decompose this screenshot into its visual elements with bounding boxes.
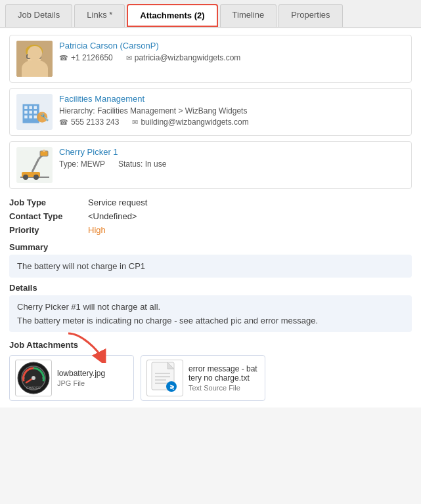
svg-rect-3 (27, 54, 33, 58)
svg-rect-14 (24, 116, 28, 119)
svg-rect-11 (24, 111, 28, 114)
attachment-filename-1: error message - battery no charge.txt (188, 364, 259, 383)
person-svg (16, 41, 53, 77)
svg-rect-16 (34, 116, 37, 119)
attachment-thumb-0: CHARGE (15, 360, 52, 396)
equipment-details-row: Type: MEWP Status: In use (59, 159, 405, 169)
tab-job-details[interactable]: Job Details (5, 4, 72, 27)
tab-links[interactable]: Links * (74, 4, 125, 27)
person-avatar (16, 41, 53, 77)
org-email-icon (132, 117, 138, 127)
details-line2: The battery meter is indicating no charg… (17, 316, 404, 326)
svg-point-2 (27, 49, 41, 64)
org-phone-icon (59, 117, 68, 127)
job-type-label: Job Type (9, 198, 88, 207)
building-svg: 🔧 (20, 97, 49, 127)
equipment-icon (16, 147, 53, 183)
attachments-label: Job Attachments (9, 340, 412, 350)
equipment-name-link[interactable]: Cherry Picker 1 (59, 147, 405, 157)
job-meta: Job Type Service request Contact Type <U… (9, 196, 412, 237)
org-email: building@wizbangwidgets.com (141, 117, 248, 127)
summary-box: The battery will not charge in CP1 (9, 255, 412, 278)
org-card: 🔧 Facilities Management Hierarchy: Facil… (9, 88, 412, 136)
phone-icon (59, 53, 68, 62)
equipment-info: Cherry Picker 1 Type: MEWP Status: In us… (59, 147, 405, 169)
svg-rect-0 (16, 41, 53, 77)
person-phone-field: +1 2126650 (59, 53, 113, 62)
tab-timeline[interactable]: Timeline (220, 4, 277, 27)
text-file-svg: ≷ (150, 362, 179, 394)
details-label: Details (9, 283, 412, 293)
contact-type-label: Contact Type (9, 211, 88, 221)
attachment-meta-0: lowbattery.jpg JPG File (57, 369, 128, 387)
person-photo (16, 41, 53, 77)
summary-text: The battery will not charge in CP1 (17, 261, 145, 271)
org-avatar: 🔧 (16, 94, 53, 130)
svg-point-1 (26, 45, 43, 58)
svg-rect-8 (24, 106, 28, 110)
contact-type-value: <Undefined> (88, 211, 137, 221)
svg-rect-9 (29, 106, 32, 110)
attachments-grid: CHARGE lowbattery.jpg JPG File (9, 355, 412, 401)
attachment-filetype-1: Text Source File (188, 384, 259, 392)
svg-line-23 (32, 159, 39, 172)
svg-rect-6 (23, 71, 46, 77)
job-type-row: Job Type Service request (9, 196, 412, 209)
tab-properties[interactable]: Properties (278, 4, 342, 27)
person-phone: +1 2126650 (71, 53, 113, 62)
cherry-picker-svg (18, 148, 52, 182)
summary-label: Summary (9, 242, 412, 252)
org-contact-row: 555 2133 243 building@wizbangwidgets.com (59, 117, 405, 127)
priority-label: Priority (9, 225, 88, 235)
equipment-avatar (16, 147, 53, 183)
attachment-item-1[interactable]: ≷ error message - battery no charge.txt … (141, 355, 265, 401)
battery-gauge-svg: CHARGE (17, 362, 50, 394)
svg-rect-12 (29, 111, 32, 114)
org-info: Facilities Management Hierarchy: Facilit… (59, 94, 405, 127)
org-phone: 555 2133 243 (71, 117, 119, 127)
tab-bar: Job Details Links * Attachments (2) Time… (0, 0, 421, 28)
contact-type-row: Contact Type <Undefined> (9, 209, 412, 223)
job-type-value: Service request (88, 198, 147, 207)
svg-rect-4 (35, 54, 41, 58)
equipment-status: Status: In use (118, 159, 166, 169)
person-contact-row: +1 2126650 patricia@wizbangwidgets.com (59, 53, 405, 62)
person-email-field: patricia@wizbangwidgets.com (126, 53, 241, 62)
person-info: Patricia Carson (CarsonP) +1 2126650 pat… (59, 41, 405, 62)
org-email-field: building@wizbangwidgets.com (132, 117, 248, 127)
person-card: Patricia Carson (CarsonP) +1 2126650 pat… (9, 35, 412, 83)
attachments-section: Job Attachments (9, 340, 412, 401)
person-name-link[interactable]: Patricia Carson (CarsonP) (59, 41, 405, 51)
attachment-item-0[interactable]: CHARGE lowbattery.jpg JPG File (9, 355, 134, 401)
person-email: patricia@wizbangwidgets.com (135, 53, 241, 62)
priority-value: High (88, 225, 106, 235)
attachment-thumb-1: ≷ (146, 360, 183, 396)
equipment-type: Type: MEWP (59, 159, 105, 169)
svg-rect-15 (29, 116, 32, 119)
svg-rect-10 (34, 106, 37, 110)
email-icon (126, 53, 132, 62)
svg-text:CHARGE: CHARGE (26, 386, 41, 390)
equipment-card: Cherry Picker 1 Type: MEWP Status: In us… (9, 141, 412, 189)
svg-point-22 (33, 175, 39, 180)
org-icon: 🔧 (16, 94, 53, 130)
main-content: Patricia Carson (CarsonP) +1 2126650 pat… (0, 28, 421, 408)
org-name-link[interactable]: Facilities Management (59, 94, 405, 104)
attachment-filetype-0: JPG File (57, 379, 128, 387)
priority-row: Priority High (9, 223, 412, 237)
tab-attachments[interactable]: Attachments (2) (127, 4, 217, 27)
org-hierarchy: Hierarchy: Facilities Management > WizBa… (59, 106, 405, 116)
svg-text:≷: ≷ (169, 384, 175, 390)
svg-rect-13 (34, 111, 37, 114)
org-phone-field: 555 2133 243 (59, 117, 119, 127)
svg-point-26 (43, 150, 45, 152)
details-line1: Cherry Picker #1 will not charge at all. (17, 302, 404, 312)
details-box: Cherry Picker #1 will not charge at all.… (9, 295, 412, 332)
attachment-meta-1: error message - battery no charge.txt Te… (188, 364, 259, 392)
svg-point-33 (32, 376, 35, 380)
svg-point-21 (23, 175, 28, 180)
attachment-filename-0: lowbattery.jpg (57, 369, 128, 378)
svg-text:🔧: 🔧 (40, 113, 49, 121)
